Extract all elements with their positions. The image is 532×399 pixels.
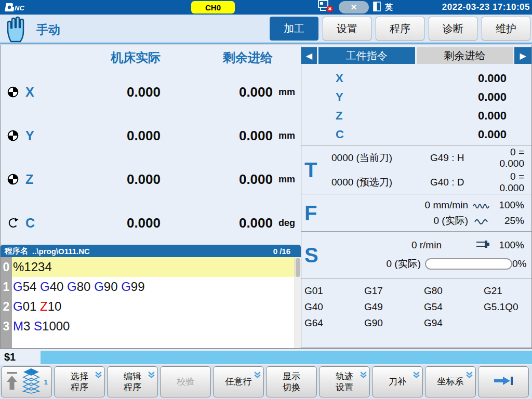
command-c-value: 0.000 — [364, 128, 531, 141]
program-viewer: 程序名 ..\prog\O111.NC 0 /16 0 1 2 3 %1234 … — [1, 245, 301, 349]
program-line[interactable]: G01 Z10 — [12, 297, 295, 316]
position-panel: 机床实际 剩余进给 X 0.000 0.000 mm Y 0.000 0.00 — [0, 45, 301, 348]
preselect-tool-number: 0000 (预选刀) — [331, 176, 430, 189]
axis-z-remaining: 0.000 — [161, 171, 273, 188]
line-number-gutter: 0 1 2 3 — [1, 257, 12, 349]
spindle-actual-value: 0 (实际) — [301, 257, 421, 271]
spindle-override-icon — [475, 240, 491, 250]
softkey-return-menu-button[interactable]: 1 — [1, 366, 52, 397]
channel-badge[interactable]: CH0 — [191, 1, 235, 14]
feed-command-value: 0 mm/min — [301, 200, 468, 211]
axis-c-remaining: 0.000 — [161, 215, 273, 231]
softkey-any-line[interactable]: 任意行 — [213, 366, 264, 397]
menu-layers-icon — [22, 368, 41, 396]
mode-label: 手动 — [36, 22, 60, 38]
panel-tab-remaining-feed[interactable]: 剩余进给 — [417, 47, 513, 64]
jog-override-icon — [468, 217, 495, 224]
command-x-value: 0.000 — [364, 72, 531, 85]
feed-override-icon — [468, 202, 495, 209]
spindle-section-letter: S — [304, 243, 318, 267]
program-line-current[interactable]: %1234 — [12, 257, 295, 277]
command-y-value: 0.000 — [364, 90, 531, 104]
length-comp-value: 0 = 0.000 — [488, 147, 531, 169]
feed-section: F 0 mm/min 100% 0 (实际) 25% — [301, 194, 531, 231]
panel-next-arrow-button[interactable]: ▶ — [514, 47, 531, 64]
softkey-select-program[interactable]: 选择 程序 — [54, 366, 105, 397]
network-error-icon — [317, 0, 335, 15]
spindle-override-percent: 100% — [491, 240, 527, 251]
program-scrollbar[interactable] — [295, 257, 301, 349]
softkey-track-settings[interactable]: 轨迹 设置 — [319, 366, 370, 397]
radius-comp-gcode: G40 : D — [430, 177, 488, 188]
top-bar: NC CH0 ✕ 英 2022-0 — [0, 0, 532, 15]
next-page-arrow-icon — [493, 375, 514, 389]
program-line[interactable]: G54 G40 G80 G90 G99 — [12, 277, 295, 297]
axis-row-y: Y 0.000 0.000 mm — [1, 114, 301, 157]
panel-prev-arrow-button[interactable]: ◀ — [301, 47, 317, 64]
panel-tab-work-command[interactable]: 工件指令 — [318, 47, 415, 64]
scrollbar-thumb[interactable] — [296, 258, 300, 277]
mode-bar: 手动 加工 设置 程序 诊断 维护 — [0, 15, 532, 44]
rotary-axis-icon — [1, 217, 25, 229]
program-path: ..\prog\O111.NC — [32, 247, 90, 256]
tab-machining[interactable]: 加工 — [270, 17, 318, 41]
tool-section: T 0000 (当前刀) G49 : H 0 = 0.000 0000 (预选刀… — [301, 145, 531, 194]
axis-y-remaining: 0.000 — [161, 128, 273, 144]
radius-comp-value: 0 = 0.000 — [488, 171, 531, 194]
chevron-down-icon — [413, 371, 420, 381]
tab-diagnosis[interactable]: 诊断 — [429, 17, 477, 41]
softkey-verify[interactable]: 校验 — [160, 366, 211, 397]
spindle-command-value: 0 r/min — [301, 240, 442, 251]
column-header-actual: 机床实际 — [59, 49, 161, 66]
hnc-logo-icon: NC — [3, 2, 32, 13]
close-status-icon[interactable]: ✕ — [339, 1, 369, 14]
channel-indicator: $1 — [4, 351, 16, 363]
language-book-icon — [373, 2, 381, 14]
feed-section-letter: F — [304, 201, 317, 224]
spindle-section: S 0 r/min 100% 0 (实际) 0% — [301, 231, 531, 278]
axis-c-actual: 0.000 — [59, 215, 161, 231]
return-up-arrow-icon — [5, 371, 19, 393]
jog-override-percent: 25% — [495, 215, 531, 227]
program-line[interactable]: M3 S1000 — [12, 316, 295, 336]
softkey-edit-program[interactable]: 编辑 程序 — [107, 366, 158, 397]
chevron-down-icon — [360, 371, 367, 381]
main-tabs: 加工 设置 程序 诊断 维护 — [270, 17, 530, 41]
svg-text:NC: NC — [15, 4, 24, 12]
tool-section-letter: T — [304, 158, 317, 181]
status-bar: $1 — [0, 348, 532, 365]
axis-x-remaining: 0.000 — [161, 84, 273, 100]
tab-program[interactable]: 程序 — [376, 17, 424, 41]
machine-zero-icon — [1, 174, 25, 185]
program-line-counter: 0 /16 — [273, 247, 290, 256]
spindle-load-percent: 0% — [512, 258, 526, 270]
tab-maintenance[interactable]: 维护 — [482, 17, 530, 41]
softkey-tool-comp[interactable]: 刀补 — [372, 366, 423, 397]
length-comp-gcode: G49 : H — [430, 152, 488, 164]
column-header-remaining: 剩余进给 — [161, 49, 273, 66]
chevron-down-icon — [148, 371, 155, 381]
command-panel: ◀ 工件指令 剩余进给 ▶ X0.000 Y0.000 Z0.000 C0.00… — [301, 45, 532, 348]
language-indicator[interactable]: 英 — [385, 3, 393, 12]
message-strip — [41, 351, 532, 364]
modal-gcode-grid: G01 G17 G80 G21 G40 G49 G54 G5.1Q0 G64 G… — [301, 278, 531, 349]
machine-zero-icon — [1, 86, 25, 98]
chevron-down-icon — [95, 371, 102, 381]
menu-page-badge: 1 — [44, 378, 47, 386]
axis-y-actual: 0.000 — [59, 128, 161, 144]
machine-zero-icon — [1, 130, 25, 141]
softkey-next-page-button[interactable] — [478, 366, 529, 397]
axis-row-c: C 0.000 0.000 deg — [1, 201, 301, 245]
command-axes: X0.000 Y0.000 Z0.000 C0.000 — [301, 66, 531, 145]
program-title-label: 程序名 — [5, 246, 28, 256]
current-tool-number: 0000 (当前刀) — [331, 151, 430, 165]
tab-settings[interactable]: 设置 — [323, 17, 371, 41]
feed-override-percent: 100% — [495, 200, 531, 211]
program-header: 程序名 ..\prog\O111.NC 0 /16 — [1, 245, 301, 257]
manual-mode-hand-icon — [4, 16, 29, 45]
softkey-display-switch[interactable]: 显示 切换 — [266, 366, 317, 397]
spindle-load-bar — [425, 258, 512, 270]
axis-x-actual: 0.000 — [59, 84, 161, 100]
softkey-coord-system[interactable]: 坐标系 — [425, 366, 476, 397]
command-z-value: 0.000 — [364, 109, 531, 123]
